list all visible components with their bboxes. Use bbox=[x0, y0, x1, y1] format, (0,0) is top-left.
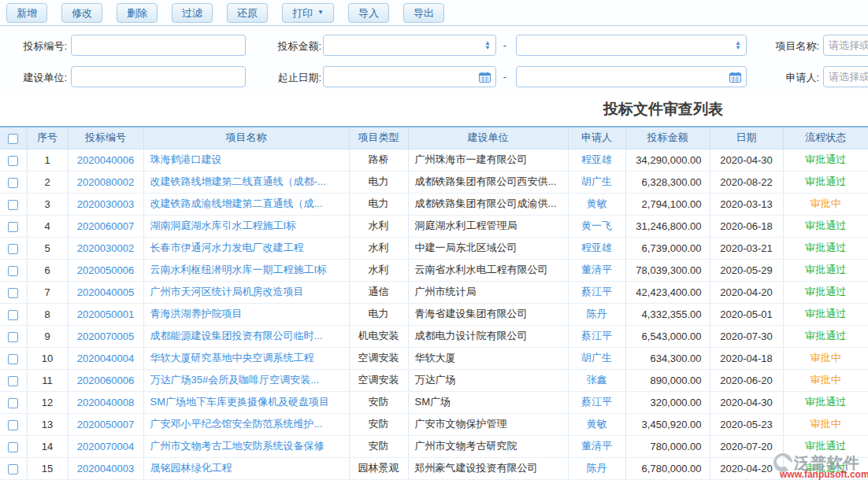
applicant-link[interactable]: 陈丹 bbox=[587, 462, 607, 474]
table-row[interactable]: 12 2020040008 SM广场地下车库更换摄像机及硬盘项目 安防 SM广场… bbox=[0, 391, 868, 413]
table-row[interactable]: 7 2020040005 广州市天河区统计局机房改造项目 通信 广州市统计局 蔡… bbox=[0, 281, 868, 303]
bid-no-link[interactable]: 2020080002 bbox=[77, 176, 134, 188]
bid-amount-to-input[interactable] bbox=[521, 39, 732, 51]
calendar-icon[interactable] bbox=[479, 72, 491, 83]
applicant-field bbox=[823, 66, 868, 87]
bid-no-link[interactable]: 2020050007 bbox=[77, 419, 134, 430]
project-name-link[interactable]: 改建铁路线增建第二线直通线（成都-... bbox=[150, 175, 326, 187]
import-button[interactable]: 导入 bbox=[348, 3, 389, 23]
applicant-link[interactable]: 蔡江平 bbox=[581, 286, 612, 297]
table-row[interactable]: 5 2020030002 长春市伊通河水力发电厂改建工程 水利 中建一局东北区域… bbox=[0, 237, 868, 259]
row-checkbox[interactable] bbox=[8, 442, 18, 452]
row-checkbox[interactable] bbox=[8, 222, 18, 232]
row-checkbox[interactable] bbox=[8, 244, 18, 254]
project-name-input[interactable] bbox=[829, 39, 868, 51]
project-name-link[interactable]: SM广场地下车库更换摄像机及硬盘项目 bbox=[150, 396, 330, 408]
row-checkbox[interactable] bbox=[8, 398, 18, 408]
table-row[interactable]: 15 2020040003 晟铭园林绿化工程 园林景观 郑州豪气建设投资有限公司… bbox=[0, 457, 868, 479]
bid-no-link[interactable]: 2020030002 bbox=[77, 242, 134, 254]
row-checkbox[interactable] bbox=[8, 354, 18, 364]
project-name-link[interactable]: 晟铭园林绿化工程 bbox=[150, 462, 232, 474]
applicant-link[interactable]: 程亚雄 bbox=[581, 242, 612, 253]
bid-no-link[interactable]: 2020040008 bbox=[77, 397, 134, 408]
project-name-link[interactable]: 湖南洞庭湖水库引水工程施工I标 bbox=[150, 220, 297, 231]
table-row[interactable]: 10 2020040004 华软大厦研究基地中央空调系统工程 空调安装 华软大厦… bbox=[0, 347, 868, 369]
applicant-link[interactable]: 陈丹 bbox=[587, 308, 607, 319]
row-checkbox[interactable] bbox=[8, 178, 18, 188]
row-checkbox[interactable] bbox=[8, 332, 18, 342]
applicant-link[interactable]: 胡广生 bbox=[581, 175, 612, 187]
applicant-link[interactable]: 董清平 bbox=[581, 264, 612, 275]
bid-no-link[interactable]: 2020060006 bbox=[77, 375, 134, 386]
project-name-link[interactable]: 成都能源建设集团投资有限公司临时... bbox=[150, 330, 323, 341]
bid-no-link[interactable]: 2020070004 bbox=[77, 441, 134, 452]
spinner-down-icon[interactable]: ▼ bbox=[735, 46, 741, 50]
edit-button[interactable]: 修改 bbox=[61, 3, 102, 23]
table-row[interactable]: 14 2020070004 广州市文物考古工地安防系统设备保修 安防 广州市文物… bbox=[0, 435, 868, 457]
restore-button[interactable]: 还原 bbox=[227, 3, 268, 23]
amount-spinner[interactable]: ▲ ▼ bbox=[735, 41, 741, 50]
bid-no-link[interactable]: 2020040004 bbox=[77, 353, 134, 364]
table-row[interactable]: 8 2020050001 青海洪湖养护院项目 电力 青海省建设集团有限公司 陈丹… bbox=[0, 303, 868, 325]
project-name-link[interactable]: 云南水利枢纽潜明水库一期工程施工I标 bbox=[150, 264, 328, 275]
project-name-link[interactable]: 广州市文物考古工地安防系统设备保修 bbox=[150, 440, 325, 452]
project-name-link[interactable]: 华软大厦研究基地中央空调系统工程 bbox=[150, 352, 314, 364]
applicant-link[interactable]: 蔡江平 bbox=[581, 396, 612, 408]
applicant-link[interactable]: 蔡江平 bbox=[581, 330, 612, 341]
row-checkbox[interactable] bbox=[8, 288, 18, 298]
applicant-link[interactable]: 程亚雄 bbox=[581, 153, 612, 165]
date-from-input[interactable] bbox=[328, 71, 476, 83]
applicant-input[interactable] bbox=[829, 71, 868, 83]
row-checkbox[interactable] bbox=[8, 266, 18, 276]
amount-spinner[interactable]: ▲ ▼ bbox=[484, 41, 491, 50]
project-name-link[interactable]: 珠海鹤港口建设 bbox=[150, 153, 222, 165]
applicant-link[interactable]: 胡广生 bbox=[581, 352, 612, 364]
date-to-input[interactable] bbox=[521, 71, 726, 83]
table-row[interactable]: 4 2020060007 湖南洞庭湖水库引水工程施工I标 水利 洞庭湖水利工程管… bbox=[0, 215, 868, 237]
status-text: 审批通过 bbox=[805, 440, 846, 452]
project-name-link[interactable]: 改建铁路成渝线增建第二直通线（成... bbox=[150, 198, 323, 209]
bid-no-link[interactable]: 2020050001 bbox=[77, 308, 134, 320]
bid-no-input[interactable] bbox=[76, 39, 240, 51]
build-unit-input[interactable] bbox=[76, 71, 240, 83]
table-row[interactable]: 2 2020080002 改建铁路线增建第二线直通线（成都-... 电力 成都铁… bbox=[0, 171, 868, 193]
applicant-link[interactable]: 张鑫 bbox=[587, 374, 607, 386]
bid-no-link[interactable]: 2020040003 bbox=[77, 463, 134, 474]
project-name-link[interactable]: 广州市天河区统计局机房改造项目 bbox=[150, 286, 304, 297]
project-name-link[interactable]: 青海洪湖养护院项目 bbox=[150, 308, 243, 319]
bid-no-link[interactable]: 2020030003 bbox=[77, 198, 134, 210]
row-checkbox[interactable] bbox=[8, 420, 18, 430]
applicant-link[interactable]: 董清平 bbox=[581, 440, 612, 452]
table-row[interactable]: 1 2020040006 珠海鹤港口建设 路桥 广州珠海市一建有限公司 程亚雄 … bbox=[0, 149, 868, 171]
table-row[interactable]: 9 2020070005 成都能源建设集团投资有限公司临时... 机电安装 成都… bbox=[0, 325, 868, 347]
table-row[interactable]: 13 2020050007 广安邓小平纪念馆安全防范系统维护... 安防 广安市… bbox=[0, 413, 868, 435]
spinner-down-icon[interactable]: ▼ bbox=[484, 46, 491, 50]
row-checkbox[interactable] bbox=[8, 310, 18, 320]
bid-no-link[interactable]: 2020040005 bbox=[77, 286, 134, 298]
print-button[interactable]: 打印 ▼ bbox=[282, 3, 334, 23]
table-row[interactable]: 6 2020050006 云南水利枢纽潜明水库一期工程施工I标 水利 云南省水利… bbox=[0, 259, 868, 281]
select-all-checkbox[interactable] bbox=[8, 134, 18, 144]
row-checkbox[interactable] bbox=[8, 156, 18, 166]
applicant-link[interactable]: 黄一飞 bbox=[581, 220, 612, 231]
delete-button[interactable]: 删除 bbox=[117, 3, 158, 23]
project-name-link[interactable]: 万达广场35#会所及咖啡厅空调安装... bbox=[150, 374, 320, 386]
applicant-link[interactable]: 黄敏 bbox=[587, 418, 607, 430]
calendar-icon[interactable] bbox=[729, 72, 741, 83]
export-button[interactable]: 导出 bbox=[403, 3, 444, 23]
table-row[interactable]: 11 2020060006 万达广场35#会所及咖啡厅空调安装... 空调安装 … bbox=[0, 369, 868, 391]
table-row[interactable]: 3 2020030003 改建铁路成渝线增建第二直通线（成... 电力 成都铁路… bbox=[0, 193, 868, 215]
add-button[interactable]: 新增 bbox=[6, 3, 47, 23]
bid-amount-from-input[interactable] bbox=[328, 39, 481, 51]
applicant-link[interactable]: 黄敏 bbox=[587, 198, 607, 209]
bid-no-link[interactable]: 2020070005 bbox=[77, 330, 134, 342]
project-name-link[interactable]: 长春市伊通河水力发电厂改建工程 bbox=[150, 242, 304, 253]
bid-no-link[interactable]: 2020050006 bbox=[77, 264, 134, 276]
row-checkbox[interactable] bbox=[8, 200, 18, 210]
project-name-link[interactable]: 广安邓小平纪念馆安全防范系统维护... bbox=[150, 418, 323, 430]
row-checkbox[interactable] bbox=[8, 376, 18, 386]
filter-button[interactable]: 过滤 bbox=[172, 3, 213, 23]
bid-no-link[interactable]: 2020040006 bbox=[77, 154, 134, 166]
bid-no-link[interactable]: 2020060007 bbox=[77, 220, 134, 232]
row-checkbox[interactable] bbox=[8, 464, 18, 474]
